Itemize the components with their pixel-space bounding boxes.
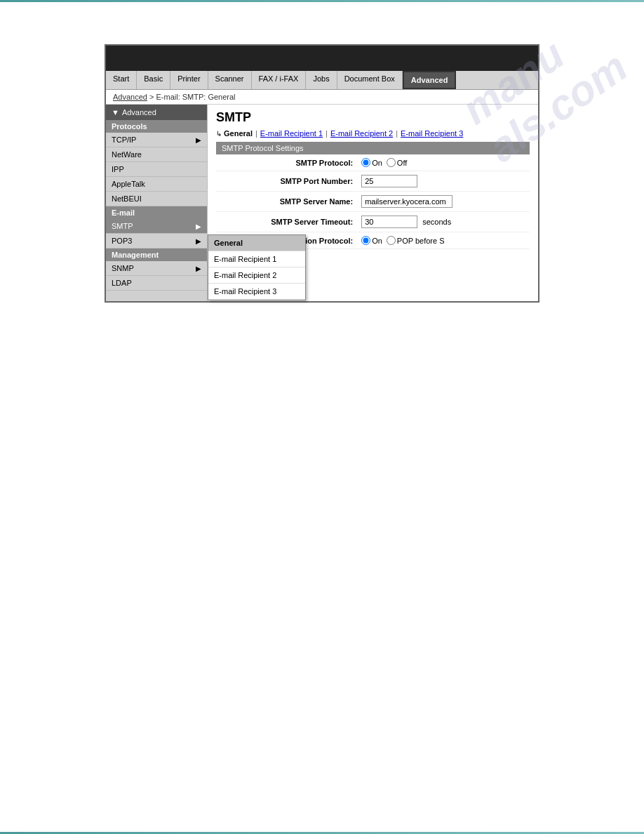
smtp-arrow-icon: ▶ xyxy=(196,223,201,230)
sidebar-section-management: Management xyxy=(106,249,207,261)
nav-jobs[interactable]: Jobs xyxy=(306,71,337,89)
sidebar-item-smtp[interactable]: SMTP ▶ xyxy=(106,219,207,234)
nav-fax[interactable]: FAX / i-FAX xyxy=(252,71,307,89)
auth-protocol-pop[interactable]: POP before S xyxy=(387,236,445,245)
label-smtp-port: SMTP Port Number: xyxy=(216,171,357,192)
nav-scanner[interactable]: Scanner xyxy=(208,71,252,89)
breadcrumb-current: E-mail: SMTP: General xyxy=(156,93,235,101)
tab-links: ↳ General | E-mail Recipient 1 | E-mail … xyxy=(216,129,530,138)
sidebar-item-appletalk[interactable]: AppleTalk xyxy=(106,177,207,192)
smtp-protocol-on-radio[interactable] xyxy=(361,158,370,167)
submenu-recipient2[interactable]: E-mail Recipient 2 xyxy=(208,267,305,284)
auth-protocol-radio-group: On POP before S xyxy=(361,236,525,245)
page-wrapper: manuals.com Start Basic Printer Scanner … xyxy=(0,0,644,834)
row-smtp-port: SMTP Port Number: xyxy=(216,171,530,192)
title-bar xyxy=(106,46,538,71)
sidebar-item-tcpip[interactable]: TCP/IP ▶ xyxy=(106,133,207,147)
tcpip-arrow-icon: ▶ xyxy=(196,136,201,144)
arrow-icon: ▼ xyxy=(112,108,119,117)
nav-docbox[interactable]: Document Box xyxy=(337,71,403,89)
tab-general[interactable]: General xyxy=(224,129,253,138)
sidebar-header: ▼ Advanced xyxy=(106,105,207,120)
auth-protocol-on[interactable]: On xyxy=(361,236,382,245)
smtp-timeout-input[interactable] xyxy=(361,216,417,228)
seconds-label: seconds xyxy=(422,218,451,226)
smtp-protocol-off[interactable]: Off xyxy=(387,158,407,167)
browser-window: Start Basic Printer Scanner FAX / i-FAX … xyxy=(105,44,539,303)
submenu-recipient1[interactable]: E-mail Recipient 1 xyxy=(208,251,305,267)
content-area: ▼ Advanced Protocols TCP/IP ▶ NetWare IP… xyxy=(106,105,538,301)
nav-advanced[interactable]: Advanced xyxy=(403,71,457,89)
nav-start[interactable]: Start xyxy=(106,71,137,89)
row-smtp-server-name: SMTP Server Name: xyxy=(216,192,530,212)
row-smtp-timeout: SMTP Server Timeout: seconds xyxy=(216,212,530,232)
value-smtp-protocol: On Off xyxy=(357,154,530,171)
sidebar-section-protocols: Protocols xyxy=(106,120,207,133)
breadcrumb-advanced[interactable]: Advanced xyxy=(113,93,147,101)
smtp-protocol-on-label: On xyxy=(372,159,382,167)
smtp-protocol-off-label: Off xyxy=(397,159,407,167)
breadcrumb: Advanced > E-mail: SMTP: General xyxy=(106,90,538,105)
page-title: SMTP xyxy=(216,110,530,125)
label-smtp-server-name: SMTP Server Name: xyxy=(216,192,357,212)
pop3-arrow-icon: ▶ xyxy=(196,237,201,245)
tab-recipient2[interactable]: E-mail Recipient 2 xyxy=(330,129,393,138)
icon-arrow: ↳ xyxy=(216,130,222,138)
smtp-protocol-radio-group: On Off xyxy=(361,158,525,167)
row-smtp-protocol: SMTP Protocol: On Off xyxy=(216,154,530,171)
nav-printer[interactable]: Printer xyxy=(170,71,208,89)
snmp-arrow-icon: ▶ xyxy=(196,265,201,272)
sidebar-item-netware[interactable]: NetWare xyxy=(106,147,207,162)
sidebar-item-ipp[interactable]: IPP xyxy=(106,162,207,177)
smtp-submenu: General E-mail Recipient 1 E-mail Recipi… xyxy=(208,234,306,300)
top-line xyxy=(0,0,644,2)
value-smtp-port xyxy=(357,171,530,192)
tab-recipient1[interactable]: E-mail Recipient 1 xyxy=(260,129,323,138)
submenu-general[interactable]: General xyxy=(208,235,305,251)
smtp-port-input[interactable] xyxy=(361,175,417,187)
label-smtp-timeout: SMTP Server Timeout: xyxy=(216,212,357,232)
value-auth-protocol: On POP before S xyxy=(357,232,530,249)
tab-recipient3[interactable]: E-mail Recipient 3 xyxy=(401,129,463,138)
settings-section-title: SMTP Protocol Settings xyxy=(216,142,530,154)
auth-protocol-pop-label: POP before S xyxy=(397,237,445,245)
smtp-protocol-on[interactable]: On xyxy=(361,158,382,167)
sidebar-item-snmp[interactable]: SNMP ▶ xyxy=(106,261,207,276)
submenu-recipient3[interactable]: E-mail Recipient 3 xyxy=(208,284,305,300)
nav-bar: Start Basic Printer Scanner FAX / i-FAX … xyxy=(106,71,538,90)
sidebar-item-ldap[interactable]: LDAP xyxy=(106,276,207,291)
smtp-protocol-off-radio[interactable] xyxy=(387,158,396,167)
sidebar: ▼ Advanced Protocols TCP/IP ▶ NetWare IP… xyxy=(106,105,208,301)
label-smtp-protocol: SMTP Protocol: xyxy=(216,154,357,171)
value-smtp-timeout: seconds xyxy=(357,212,530,232)
sidebar-header-label: Advanced xyxy=(122,108,156,117)
auth-protocol-pop-radio[interactable] xyxy=(387,236,396,245)
sidebar-item-pop3[interactable]: POP3 ▶ xyxy=(106,234,207,249)
nav-basic[interactable]: Basic xyxy=(137,71,170,89)
auth-protocol-on-label: On xyxy=(372,237,382,245)
auth-protocol-on-radio[interactable] xyxy=(361,236,370,245)
sidebar-section-email: E-mail xyxy=(106,206,207,219)
value-smtp-server-name xyxy=(357,192,530,212)
sidebar-item-netbeui[interactable]: NetBEUI xyxy=(106,192,207,206)
smtp-server-name-input[interactable] xyxy=(361,195,452,208)
